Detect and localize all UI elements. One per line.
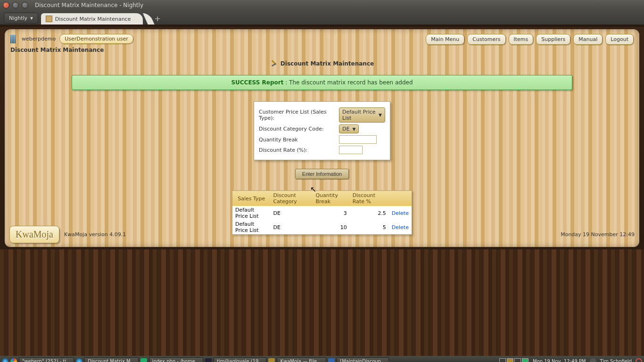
editor-icon[interactable] — [328, 358, 335, 362]
select-sales-type-value: Default Price List — [342, 109, 376, 121]
chevron-down-icon: ▾ — [30, 15, 33, 21]
tools-icon — [270, 60, 278, 67]
chrome-icon[interactable] — [10, 358, 17, 362]
page-title-text: Discount Matrix Maintenance — [281, 60, 374, 67]
th-actions — [389, 191, 412, 206]
label-quantity-break: Quantity Break — [259, 137, 339, 143]
success-heading: SUCCESS Report — [231, 79, 283, 86]
app-container: weberpdemo UserDemonstration user Main M… — [5, 29, 639, 247]
delete-link[interactable]: Delete — [392, 210, 409, 216]
task-button[interactable]: [MaintainDiscoun… — [337, 357, 389, 362]
window-title: Discount Matrix Maintenance - Nightly — [35, 2, 143, 8]
breadcrumb: Discount Matrix Maintenance — [6, 45, 638, 57]
user-name: Demonstration user — [76, 36, 128, 42]
power-icon[interactable] — [636, 358, 642, 362]
version-text: KwaMoja version 4.09.1 — [64, 231, 126, 238]
user-badge[interactable]: UserDemonstration user — [59, 34, 133, 44]
company-logo-icon — [10, 35, 18, 43]
panel-clock[interactable]: Mon 19 Nov, 12:49 PM — [533, 359, 586, 362]
task-label: KwaMoja — File … — [280, 359, 323, 362]
user-menu-icon[interactable] — [590, 358, 596, 362]
chevron-down-icon: ▼ — [379, 113, 382, 117]
input-discount-rate[interactable] — [339, 146, 363, 154]
show-desktop-icon[interactable] — [2, 358, 8, 362]
cell-sales-type: Default Price List — [232, 206, 271, 220]
select-discount-category[interactable]: DE ▼ — [339, 124, 359, 133]
nav-main-menu[interactable]: Main Menu — [426, 34, 464, 45]
browser-menu-label: Nightly — [9, 15, 27, 21]
nav-logout[interactable]: Logout — [605, 34, 634, 45]
company-name: weberpdemo — [22, 36, 56, 42]
window-maximize-icon[interactable] — [22, 2, 28, 8]
success-sep: : — [283, 79, 289, 86]
geany-icon[interactable] — [140, 358, 147, 362]
task-label: [MaintainDiscoun… — [340, 359, 386, 362]
task-button[interactable]: Discount Matrix M… — [84, 357, 138, 362]
terminal-icon[interactable] — [205, 358, 212, 362]
th-quantity-break: Quantity Break — [313, 191, 349, 206]
nav-suppliers[interactable]: Suppliers — [536, 34, 570, 45]
nav-customers[interactable]: Customers — [467, 34, 505, 45]
form-card: Customer Price List (Sales Type): Defaul… — [254, 101, 390, 160]
task-button[interactable]: "weberp" (252) - ti… — [19, 357, 74, 362]
panel-user[interactable]: Tim Schofield — [600, 359, 632, 362]
window-close-icon[interactable] — [3, 2, 9, 8]
browser-tab-active[interactable]: Discount Matrix Maintenance — [41, 13, 143, 25]
page-title: Discount Matrix Maintenance — [6, 60, 638, 67]
task-label: tim@aglovale (19… — [217, 359, 264, 362]
label-discount-rate: Discount Rate (%): — [259, 147, 339, 153]
task-label: index.php - /home… — [152, 359, 200, 362]
task-button[interactable]: KwaMoja — File … — [277, 357, 326, 362]
os-titlebar: Discount Matrix Maintenance - Nightly — [0, 0, 644, 10]
new-tab-button[interactable]: + — [154, 14, 160, 23]
table-row: Default Price List DE 3 2.5 Delete — [232, 206, 412, 220]
select-sales-type[interactable]: Default Price List ▼ — [339, 107, 385, 123]
nav-buttons: Main Menu Customers Items Suppliers Manu… — [426, 34, 634, 45]
label-sales-type: Customer Price List (Sales Type): — [259, 109, 339, 121]
footer-datetime: Monday 19 November 12:49 — [561, 231, 635, 238]
cell-rate: 2.5 — [350, 206, 389, 220]
favicon-icon — [46, 16, 52, 22]
firefox-icon[interactable] — [76, 358, 83, 362]
desktop-background — [0, 249, 644, 356]
user-prefix: User — [65, 36, 76, 42]
cell-category: DE — [271, 206, 313, 220]
label-discount-category: Discount Category Code: — [259, 126, 339, 132]
tab-title: Discount Matrix Maintenance — [55, 16, 131, 22]
window-minimize-icon[interactable] — [12, 2, 19, 8]
kwamoja-logo[interactable]: KwaMoja — [9, 226, 59, 243]
success-body: The discount matrix record has been adde… — [289, 79, 413, 86]
task-button[interactable]: index.php - /home… — [149, 357, 203, 362]
th-discount-category: Discount Category — [271, 191, 313, 206]
chevron-down-icon: ▼ — [352, 127, 355, 132]
th-discount-rate: Discount Rate % — [350, 191, 389, 206]
submit-button[interactable]: Enter Information — [295, 169, 349, 179]
task-label: Discount Matrix M… — [88, 359, 135, 362]
task-button[interactable]: tim@aglovale (19… — [214, 357, 267, 362]
tray-icons[interactable] — [499, 358, 529, 362]
browser-menu-button[interactable]: Nightly ▾ — [4, 13, 38, 24]
select-discount-category-value: DE — [342, 126, 349, 132]
input-quantity-break[interactable] — [339, 135, 377, 144]
cell-qb: 3 — [313, 206, 349, 220]
th-sales-type: Sales Type — [232, 191, 271, 206]
browser-tabstrip: Nightly ▾ Discount Matrix Maintenance + — [0, 10, 644, 25]
filemanager-icon[interactable] — [268, 358, 275, 362]
nav-items[interactable]: Items — [509, 34, 534, 45]
os-panel: "weberp" (252) - ti… Discount Matrix M… … — [0, 356, 644, 362]
success-message: SUCCESS Report : The discount matrix rec… — [72, 75, 572, 90]
nav-manual[interactable]: Manual — [573, 34, 603, 45]
task-label: "weberp" (252) - ti… — [22, 359, 71, 362]
